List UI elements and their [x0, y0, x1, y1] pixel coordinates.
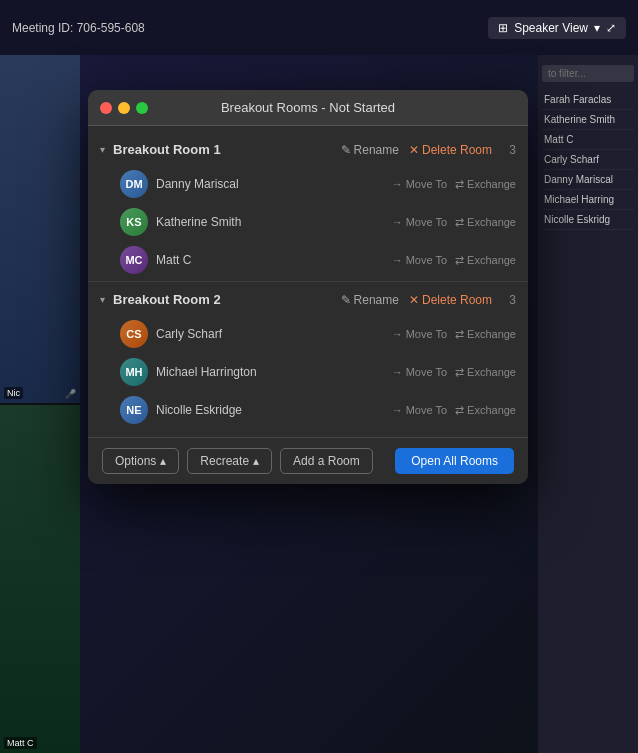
breakout-rooms-modal: Breakout Rooms - Not Started ▾ Breakout … — [88, 90, 528, 484]
room-1-name: Breakout Room 1 — [113, 142, 333, 157]
participant-name-carly: Carly Scharf — [156, 327, 384, 341]
traffic-lights — [100, 102, 148, 114]
move-to-michael-button[interactable]: → Move To — [392, 366, 447, 378]
modal-title: Breakout Rooms - Not Started — [221, 100, 395, 115]
recreate-button[interactable]: Recreate ▴ — [187, 448, 272, 474]
exchange-danny-button[interactable]: ⇄ Exchange — [455, 178, 516, 191]
participant-name-matt: Matt C — [156, 253, 384, 267]
modal-footer: Options ▴ Recreate ▴ Add a Room Open All… — [88, 437, 528, 484]
room-2-actions: ✎ Rename ✕ Delete Room 3 — [341, 293, 516, 307]
room-2-delete-button[interactable]: ✕ Delete Room — [409, 293, 492, 307]
exchange-matt-button[interactable]: ⇄ Exchange — [455, 254, 516, 267]
pencil-icon-1: ✎ — [341, 143, 351, 157]
room-2-collapse-icon[interactable]: ▾ — [100, 294, 105, 305]
move-icon-carly: → — [392, 328, 403, 340]
options-label: Options — [115, 454, 156, 468]
tile-1-name: Nic — [4, 387, 23, 399]
recreate-label: Recreate — [200, 454, 249, 468]
room-1-rename-button[interactable]: ✎ Rename — [341, 143, 399, 157]
meeting-id: Meeting ID: 706-595-608 — [12, 21, 145, 35]
exchange-icon-michael: ⇄ — [455, 366, 464, 379]
move-to-nicolle-button[interactable]: → Move To — [392, 404, 447, 416]
top-bar: Meeting ID: 706-595-608 ⊞ Speaker View ▾… — [0, 0, 638, 55]
speaker-view-label: Speaker View — [514, 21, 588, 35]
room-2-header: ▾ Breakout Room 2 ✎ Rename ✕ Delete Room… — [88, 284, 528, 315]
pencil-icon-2: ✎ — [341, 293, 351, 307]
x-icon-2: ✕ — [409, 293, 419, 307]
participant-row-michael: MH Michael Harrington → Move To ⇄ Exchan… — [88, 353, 528, 391]
move-icon-nicolle: → — [392, 404, 403, 416]
mic-off-icon-1: 🎤 — [65, 389, 76, 399]
filter-input[interactable] — [542, 65, 634, 82]
room-1-actions: ✎ Rename ✕ Delete Room 3 — [341, 143, 516, 157]
rp-participant-1: Farah Faraclas — [542, 90, 634, 110]
room-2-rename-button[interactable]: ✎ Rename — [341, 293, 399, 307]
divider-1 — [88, 281, 528, 282]
grid-icon: ⊞ — [498, 21, 508, 35]
participant-name-katherine: Katherine Smith — [156, 215, 384, 229]
participant-row-nicolle: NE Nicolle Eskridge → Move To ⇄ Exchange — [88, 391, 528, 429]
add-room-button[interactable]: Add a Room — [280, 448, 373, 474]
x-icon-1: ✕ — [409, 143, 419, 157]
close-button[interactable] — [100, 102, 112, 114]
avatar-katherine: KS — [120, 208, 148, 236]
maximize-button[interactable] — [136, 102, 148, 114]
participant-row-carly: CS Carly Scharf → Move To ⇄ Exchange — [88, 315, 528, 353]
avatar-matt: MC — [120, 246, 148, 274]
rp-participant-3: Matt C — [542, 130, 634, 150]
room-1-collapse-icon[interactable]: ▾ — [100, 144, 105, 155]
move-icon-danny: → — [392, 178, 403, 190]
exchange-icon-danny: ⇄ — [455, 178, 464, 191]
avatar-danny: DM — [120, 170, 148, 198]
add-room-label: Add a Room — [293, 454, 360, 468]
open-all-rooms-button[interactable]: Open All Rooms — [395, 448, 514, 474]
rp-participant-4: Carly Scharf — [542, 150, 634, 170]
move-to-matt-button[interactable]: → Move To — [392, 254, 447, 266]
exchange-icon-nicolle: ⇄ — [455, 404, 464, 417]
exchange-michael-button[interactable]: ⇄ Exchange — [455, 366, 516, 379]
modal-body: ▾ Breakout Room 1 ✎ Rename ✕ Delete Room… — [88, 126, 528, 437]
exchange-carly-button[interactable]: ⇄ Exchange — [455, 328, 516, 341]
move-icon-michael: → — [392, 366, 403, 378]
avatar-nicolle: NE — [120, 396, 148, 424]
participant-name-nicolle: Nicolle Eskridge — [156, 403, 384, 417]
video-tiles-panel: Nic 🎤 Matt C — [0, 55, 80, 753]
participant-name-michael: Michael Harrington — [156, 365, 384, 379]
room-2-name: Breakout Room 2 — [113, 292, 333, 307]
participant-name-danny: Danny Mariscal — [156, 177, 384, 191]
participant-row-matt: MC Matt C → Move To ⇄ Exchange — [88, 241, 528, 279]
avatar-michael: MH — [120, 358, 148, 386]
options-button[interactable]: Options ▴ — [102, 448, 179, 474]
exchange-katherine-button[interactable]: ⇄ Exchange — [455, 216, 516, 229]
room-2-count: 3 — [502, 293, 516, 307]
move-to-danny-button[interactable]: → Move To — [392, 178, 447, 190]
rp-participant-6: Michael Harring — [542, 190, 634, 210]
right-panel: Farah Faraclas Katherine Smith Matt C Ca… — [538, 55, 638, 753]
room-1-header: ▾ Breakout Room 1 ✎ Rename ✕ Delete Room… — [88, 134, 528, 165]
move-to-katherine-button[interactable]: → Move To — [392, 216, 447, 228]
open-all-label: Open All Rooms — [411, 454, 498, 468]
modal-titlebar: Breakout Rooms - Not Started — [88, 90, 528, 126]
exchange-icon-katherine: ⇄ — [455, 216, 464, 229]
exchange-icon-matt: ⇄ — [455, 254, 464, 267]
tile-2-name: Matt C — [4, 737, 37, 749]
video-tile-2: Matt C — [0, 405, 80, 753]
participant-list: Farah Faraclas Katherine Smith Matt C Ca… — [542, 90, 634, 230]
room-1-count: 3 — [502, 143, 516, 157]
speaker-view-button[interactable]: ⊞ Speaker View ▾ ⤢ — [488, 17, 626, 39]
participant-row-katherine: KS Katherine Smith → Move To ⇄ Exchange — [88, 203, 528, 241]
move-to-carly-button[interactable]: → Move To — [392, 328, 447, 340]
room-1-delete-button[interactable]: ✕ Delete Room — [409, 143, 492, 157]
exchange-icon-carly: ⇄ — [455, 328, 464, 341]
avatar-carly: CS — [120, 320, 148, 348]
minimize-button[interactable] — [118, 102, 130, 114]
participant-row-danny: DM Danny Mariscal → Move To ⇄ Exchange — [88, 165, 528, 203]
chevron-up-icon: ▴ — [160, 454, 166, 468]
chevron-up-icon-2: ▴ — [253, 454, 259, 468]
move-icon-katherine: → — [392, 216, 403, 228]
rp-participant-5: Danny Mariscal — [542, 170, 634, 190]
expand-icon: ⤢ — [606, 21, 616, 35]
move-icon-matt: → — [392, 254, 403, 266]
exchange-nicolle-button[interactable]: ⇄ Exchange — [455, 404, 516, 417]
chevron-down-icon: ▾ — [594, 21, 600, 35]
